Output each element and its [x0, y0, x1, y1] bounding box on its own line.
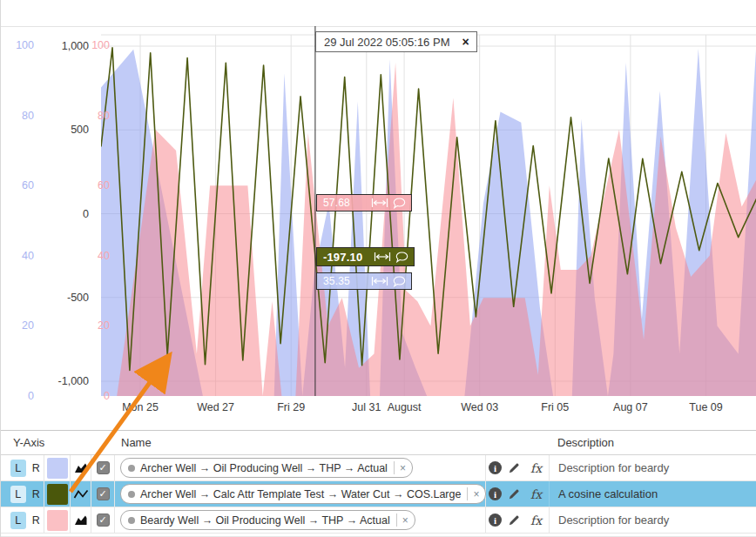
series-color-swatch[interactable]: [47, 510, 68, 531]
info-icon[interactable]: i: [489, 461, 502, 474]
x-axis-tick: Wed 27: [197, 401, 234, 413]
pink-axis-tick: 40: [98, 250, 110, 262]
pink-axis-tick: 60: [98, 179, 110, 191]
edit-cell: [504, 481, 523, 507]
right-axis-button[interactable]: R: [29, 460, 44, 477]
x-axis-tick: Fri 05: [541, 401, 569, 413]
axis-side-cell: LR: [8, 507, 44, 533]
fx-icon[interactable]: fx: [530, 514, 542, 527]
swatch-cell: [44, 455, 71, 480]
edit-pencil-icon[interactable]: [508, 514, 521, 527]
series-type-cell: [71, 455, 91, 480]
fx-icon[interactable]: fx: [530, 461, 542, 475]
pill-value: 35.35: [323, 275, 367, 287]
measure-width-icon[interactable]: [374, 252, 391, 262]
edit-pencil-icon[interactable]: [508, 461, 521, 474]
formula-cell: fx: [523, 455, 549, 480]
legend-row-0[interactable]: LR✓Archer Well → Oil Producing Well → TH…: [1, 455, 756, 481]
chip-dot-icon: [128, 517, 135, 524]
comment-bubble-icon[interactable]: [395, 252, 408, 263]
blue-axis-tick: 20: [22, 319, 34, 332]
visibility-cell: ✓: [91, 481, 115, 507]
pink-axis-tick: 100: [91, 39, 110, 51]
series-color-swatch[interactable]: [47, 484, 68, 505]
line-series-icon[interactable]: [73, 488, 89, 500]
formula-cell: fx: [523, 481, 549, 507]
x-axis-tick: Fri 29: [277, 401, 305, 413]
chip-label: Beardy Well → Oil Producing Well → THP →…: [140, 514, 390, 527]
edit-pencil-icon[interactable]: [508, 487, 521, 500]
info-icon[interactable]: i: [489, 514, 502, 527]
series-type-cell: [71, 507, 91, 533]
chip-remove-icon[interactable]: ×: [402, 514, 408, 527]
left-axis-button[interactable]: L: [10, 486, 26, 503]
measure-width-icon[interactable]: [371, 276, 388, 286]
visibility-checkbox[interactable]: ✓: [97, 487, 110, 500]
info-cell: i: [486, 507, 504, 533]
comment-bubble-icon[interactable]: [393, 198, 406, 209]
blue-axis-tick: 80: [22, 110, 34, 122]
black-axis-tick: 500: [71, 124, 89, 136]
legend-row-1[interactable]: LR✓Archer Well → Calc Attr Template Test…: [1, 481, 756, 507]
pink-axis-tick: 20: [98, 319, 110, 332]
info-cell: i: [486, 455, 504, 480]
axis-side-cell: LR: [8, 455, 44, 480]
right-axis-button[interactable]: R: [29, 512, 44, 529]
next-row-stub: [1, 534, 756, 537]
blue-axis-tick: 100: [16, 39, 34, 51]
area-series-icon[interactable]: [74, 514, 88, 527]
black-axis-tick: -1,000: [58, 375, 89, 387]
info-cell: i: [486, 481, 504, 507]
series-chip[interactable]: Beardy Well → Oil Producing Well → THP →…: [120, 510, 415, 530]
pink-axis-tick: 80: [98, 110, 110, 122]
x-axis-tick: Tue 09: [689, 401, 722, 413]
black-axis-tick: 1,000: [62, 40, 89, 52]
x-axis-tick: Aug 07: [613, 401, 648, 413]
chip-label: Archer Well → Calc Attr Template Test → …: [140, 488, 461, 500]
chip-remove-icon[interactable]: ×: [400, 462, 406, 474]
chip-remove-icon[interactable]: ×: [473, 488, 479, 500]
left-axis-button[interactable]: L: [10, 460, 26, 477]
legend-table: Y-Axis Name Description LR✓Archer Well →…: [1, 430, 756, 537]
chart-application: 1008060402001,0005000-500-1,000100806040…: [0, 0, 756, 537]
black-axis-tick: 0: [83, 208, 89, 220]
description-cell: Description for beardy: [549, 455, 756, 480]
visibility-checkbox[interactable]: ✓: [97, 461, 110, 474]
value-pill-0: 57.68: [316, 194, 412, 211]
chart-canvas: [1, 0, 756, 430]
edit-cell: [504, 507, 523, 533]
x-axis-tick: August: [388, 401, 422, 413]
pill-value: 57.68: [323, 197, 367, 209]
formula-cell: fx: [523, 507, 549, 533]
value-pill-2: 35.35: [316, 272, 412, 290]
header-y-axis: Y-Axis: [8, 436, 115, 449]
series-type-cell: [71, 481, 91, 507]
chart-area: 1008060402001,0005000-500-1,000100806040…: [1, 0, 756, 430]
black-axis-tick: -500: [67, 292, 89, 304]
area-series-icon[interactable]: [74, 461, 88, 474]
blue-axis-tick: 40: [22, 250, 34, 262]
info-icon[interactable]: i: [489, 487, 502, 500]
header-name: Name: [115, 436, 486, 449]
x-axis-tick: Wed 03: [461, 401, 498, 413]
series-chip[interactable]: Archer Well → Calc Attr Template Test → …: [120, 484, 486, 504]
series-color-swatch[interactable]: [47, 458, 68, 479]
description-cell: Description for beardy: [549, 507, 756, 533]
visibility-cell: ✓: [91, 507, 115, 533]
series-chip[interactable]: Archer Well → Oil Producing Well → THP →…: [120, 458, 413, 478]
pink-axis-tick: 0: [104, 390, 110, 402]
value-pill-1: -197.10: [316, 247, 415, 266]
legend-row-2[interactable]: LR✓Beardy Well → Oil Producing Well → TH…: [1, 507, 756, 534]
chip-divider: [394, 461, 395, 474]
left-axis-button[interactable]: L: [10, 512, 26, 529]
tooltip-close-icon[interactable]: ×: [462, 36, 469, 48]
fx-icon[interactable]: fx: [530, 487, 542, 501]
measure-width-icon[interactable]: [371, 198, 388, 208]
right-axis-button[interactable]: R: [29, 486, 44, 503]
description-cell: A cosine calculation: [549, 481, 756, 507]
chip-label: Archer Well → Oil Producing Well → THP →…: [140, 462, 388, 474]
visibility-checkbox[interactable]: ✓: [97, 514, 110, 527]
series-name-cell: Archer Well → Oil Producing Well → THP →…: [115, 455, 486, 480]
series-name-cell: Archer Well → Calc Attr Template Test → …: [115, 481, 486, 507]
comment-bubble-icon[interactable]: [393, 276, 406, 287]
